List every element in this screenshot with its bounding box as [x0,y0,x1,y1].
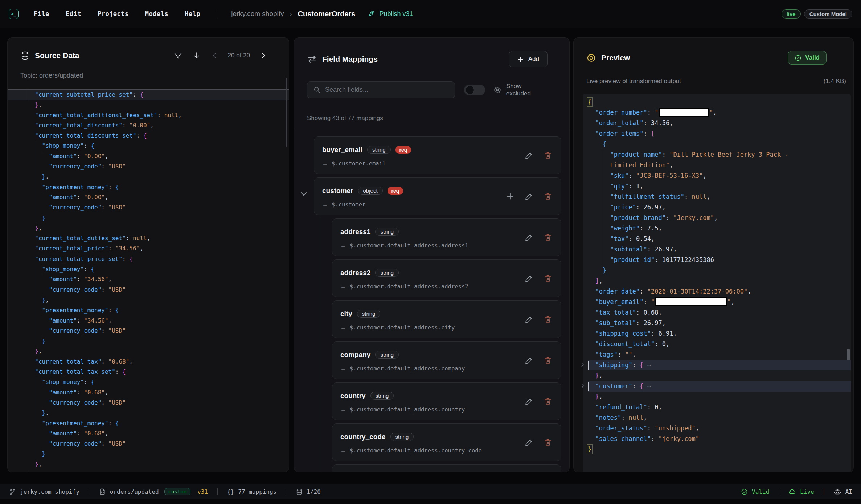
delete-mapping-icon[interactable] [544,356,552,365]
filter-icon[interactable] [173,51,183,60]
next-record-chevron-icon[interactable] [260,52,267,59]
code-token: "Jerky.com" [673,214,714,221]
add-mapping-button[interactable]: Add [509,51,548,67]
code-token: : [77,276,84,283]
publish-button[interactable]: Publish v31 [368,10,413,18]
mapping-card-address1[interactable]: address1string←$.customer.default_addres… [332,218,561,256]
indent-guide [28,192,35,202]
edit-mapping-icon[interactable] [525,233,533,242]
expand-customer-chevron-icon[interactable] [299,189,308,198]
code-line: "order_status": "unshipped", [588,423,851,434]
delete-mapping-icon[interactable] [544,274,552,283]
statusbar-record-position[interactable]: 1/20 [296,488,321,495]
delete-mapping-icon[interactable] [544,192,552,201]
edit-mapping-icon[interactable] [525,192,533,201]
code-line: "amount": "34.56", [8,316,289,326]
code-line: "currency_code": "USD" [8,439,289,449]
show-excluded-toggle[interactable] [464,85,485,95]
download-arrow-icon[interactable] [192,51,201,60]
mapping-card-address2[interactable]: address2string←$.customer.default_addres… [332,259,561,297]
indent-guide [595,160,602,171]
breadcrumb-project[interactable]: jerky.com shopify [231,10,284,18]
indent-guide [35,202,42,213]
preview-json-viewer[interactable]: {"order_number": "","order_total": 34.56… [583,94,851,472]
source-header-divider [8,89,289,89]
code-token: "shop_money" [42,142,84,149]
code-token: "customer" [595,382,632,390]
statusbar-mappings[interactable]: {} 77 mappings [227,488,276,495]
menu-help[interactable]: Help [185,10,200,17]
code-token: "currency_code" [49,204,102,211]
fold-chevron-icon[interactable] [579,362,586,368]
indent-guide [588,286,595,297]
indent-guide [42,398,49,408]
code-token: , [105,389,108,396]
indent-guide [35,398,42,408]
menu-file[interactable]: File [34,10,49,17]
delete-mapping-icon[interactable] [544,315,552,324]
mapping-source-path: ←$.customer [322,201,553,208]
code-line: "price": 26.97, [588,202,851,213]
statusbar-project[interactable]: jerky.com shopify [9,488,79,495]
menu-edit[interactable]: Edit [66,10,81,17]
menu-projects[interactable]: Projects [98,10,129,17]
indent-guide [603,181,610,192]
menu-models[interactable]: Models [145,10,168,17]
code-token: : [101,163,108,170]
code-token: { [115,184,119,190]
code-token: { [115,307,119,314]
breadcrumb-entity[interactable]: CustomerOrders [298,10,356,18]
delete-mapping-icon[interactable] [544,233,552,242]
mapping-card-buyer_email[interactable]: buyer_emailstringreq←$.customer.email [314,136,561,174]
mappings-list[interactable]: buyer_emailstringreq←$.customer.emailcus… [294,128,569,472]
source-json-viewer[interactable]: "current_subtotal_price_set": {},"curren… [8,89,289,472]
edit-mapping-icon[interactable] [525,315,533,324]
code-token: "product_brand" [610,214,666,221]
mapping-card-city[interactable]: citystring←$.customer.default_address.ci… [332,300,561,338]
mapping-card-customer[interactable]: customerobjectreq←$.customer [314,177,561,215]
mapping-card-country_code[interactable]: country_codestring←$.customer.default_ad… [332,423,561,461]
mapping-card-country[interactable]: countrystring←$.customer.default_address… [332,382,561,420]
code-token: "current_total_tax_set" [35,368,115,375]
indent-guide [28,285,35,295]
statusbar-topic[interactable]: orders/updated custom v31 [99,488,208,495]
code-token: "discount_total" [595,340,655,348]
fold-chevron-icon[interactable] [579,383,586,389]
mapping-source-path: ←$.customer.default_address.address1 [340,242,553,249]
source-scrollbar-thumb[interactable] [286,78,287,147]
edit-mapping-icon[interactable] [525,151,533,160]
delete-mapping-icon[interactable] [544,151,552,160]
edit-mapping-icon[interactable] [525,274,533,283]
code-line: Limited Edition", [588,160,851,171]
statusbar-live[interactable]: Live [788,488,814,496]
code-line: }, [8,459,289,470]
indent-guide [28,90,35,100]
mapping-card-company[interactable]: companystring←$.customer.default_address… [332,341,561,379]
code-line: "refund_total": 0, [588,402,851,413]
code-token: "current_total_price" [35,245,108,252]
delete-mapping-icon[interactable] [544,438,552,447]
app-logo-terminal-icon[interactable]: >_ [9,9,19,19]
mapping-type-pill: string [375,228,399,236]
code-line: "order_number": "", [588,107,851,118]
edit-mapping-icon[interactable] [525,356,533,365]
edit-mapping-icon[interactable] [525,438,533,447]
code-token: null [629,414,644,421]
add-child-mapping-icon[interactable] [506,192,514,201]
indent-guide [588,392,595,402]
code-token: "subtotal" [610,246,647,253]
show-excluded-label[interactable]: Show excluded [506,83,548,97]
code-token: : [108,245,115,252]
mapping-card-partial[interactable] [332,464,561,472]
code-token: : [77,389,84,396]
search-fields-input[interactable] [325,86,449,94]
code-token: , [599,277,603,284]
statusbar-valid[interactable]: Valid [741,488,769,495]
delete-mapping-icon[interactable] [544,397,552,406]
indent-guide [28,202,35,213]
code-token: "tax" [610,235,628,242]
edit-mapping-icon[interactable] [525,397,533,406]
prev-record-chevron-icon[interactable] [211,52,218,59]
statusbar-project-label: jerky.com shopify [20,488,79,495]
statusbar-ai[interactable]: AI [833,488,852,496]
